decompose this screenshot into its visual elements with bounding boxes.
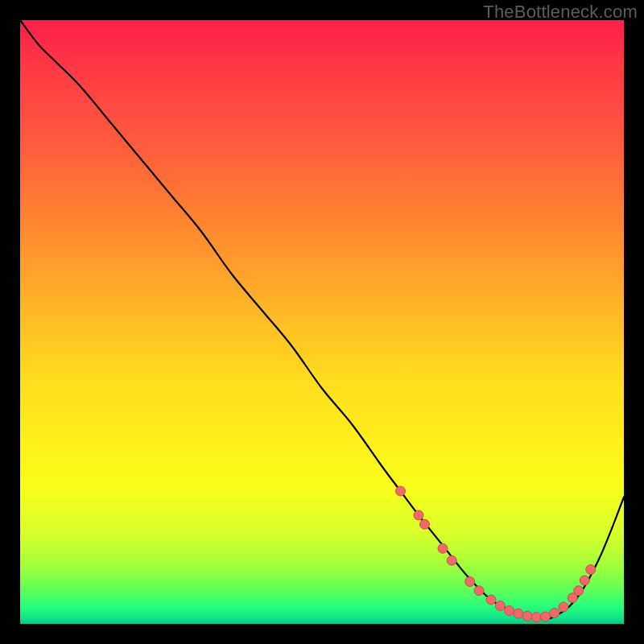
curve-dot	[559, 602, 568, 612]
curve-dot	[522, 611, 532, 621]
curve-dot	[505, 606, 514, 616]
chart-frame: TheBottleneck.com	[0, 0, 644, 644]
curve-dot	[447, 555, 456, 565]
curve-dot	[396, 486, 406, 496]
curve-dot	[465, 577, 475, 587]
curve-dot	[414, 510, 423, 520]
bottleneck-curve-path	[20, 20, 624, 620]
curve-svg	[20, 20, 624, 624]
curve-dot	[580, 576, 589, 585]
curve-dot	[586, 565, 596, 575]
plot-area	[20, 20, 624, 624]
curve-dot	[574, 586, 584, 596]
curve-dot	[474, 586, 484, 596]
curve-dot	[514, 609, 523, 618]
curve-dot	[438, 543, 448, 553]
curve-dot	[550, 609, 559, 618]
curve-dot	[495, 601, 505, 611]
curve-dot	[420, 519, 430, 529]
curve-dot	[486, 595, 496, 605]
curve-dot	[541, 612, 551, 621]
curve-dot	[531, 613, 541, 622]
curve-dots-group	[396, 486, 596, 622]
